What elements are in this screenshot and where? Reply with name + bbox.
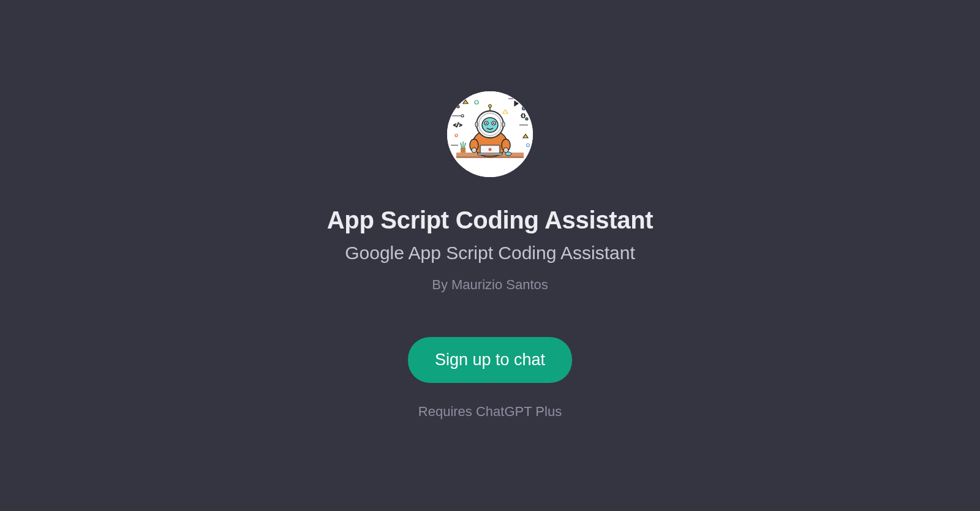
svg-point-7: [522, 107, 525, 110]
svg-point-10: [526, 118, 528, 120]
svg-rect-20: [461, 148, 466, 153]
robot-coding-icon: </> {}: [447, 91, 533, 177]
svg-point-29: [488, 148, 491, 151]
svg-rect-41: [502, 122, 505, 127]
svg-text:{}: {}: [521, 113, 526, 118]
requirement-text: Requires ChatGPT Plus: [418, 404, 562, 420]
svg-point-42: [505, 152, 511, 156]
svg-point-25: [472, 148, 477, 153]
svg-text:</>: </>: [453, 123, 462, 128]
svg-rect-30: [478, 153, 502, 155]
gpt-avatar: </> {}: [447, 91, 533, 177]
svg-point-33: [482, 118, 498, 132]
svg-point-39: [488, 105, 491, 108]
svg-point-37: [493, 123, 494, 124]
svg-rect-40: [475, 122, 478, 127]
gpt-profile-container: </> {}: [327, 91, 654, 420]
svg-point-1: [457, 105, 459, 108]
gpt-title: App Script Coding Assistant: [327, 206, 654, 234]
signup-button[interactable]: Sign up to chat: [408, 337, 572, 383]
gpt-author: By Maurizio Santos: [432, 277, 548, 293]
gpt-subtitle: Google App Script Coding Assistant: [345, 243, 635, 263]
svg-point-36: [486, 123, 487, 124]
